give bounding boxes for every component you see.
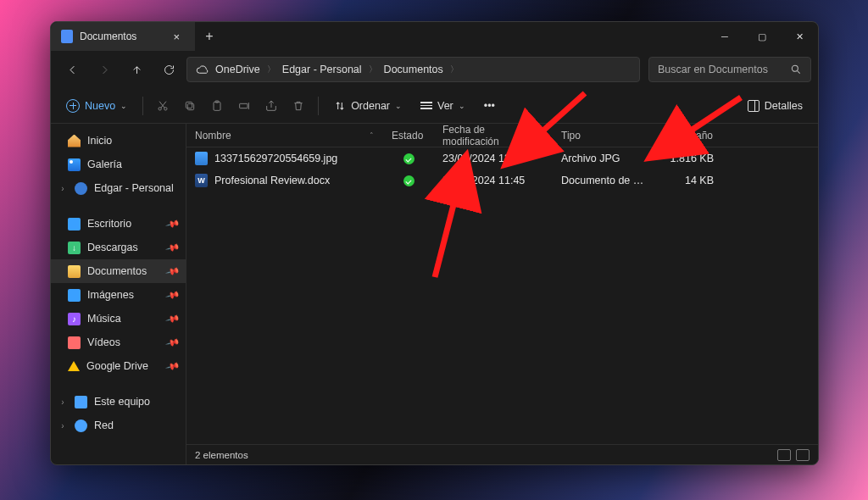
new-tab-button[interactable]: + [195, 29, 224, 44]
file-size: 14 KB [654, 175, 722, 186]
chevron-down-icon: ⌄ [120, 102, 127, 110]
plus-circle-icon [66, 99, 80, 113]
sidebar-item-network[interactable]: ›Red [51, 414, 186, 437]
svg-rect-4 [186, 102, 192, 108]
sidebar-label: Galería [87, 158, 122, 170]
details-pane-button[interactable]: Detalles [739, 100, 811, 112]
chevron-right-icon: 〉 [267, 64, 275, 75]
tab-documentos[interactable]: Documentos × [51, 22, 195, 51]
sidebar-item-gallery[interactable]: Galería [51, 153, 186, 176]
content-pane: Nombre˄ Estado Fecha de modificación Tip… [186, 124, 818, 464]
sidebar: Inicio Galería ›Edgar - Personal Escrito… [51, 124, 186, 464]
search-icon [790, 64, 802, 75]
svg-rect-5 [214, 102, 220, 110]
sidebar-label: Google Drive [86, 360, 148, 372]
col-label: Fecha de modificación [442, 124, 543, 147]
music-icon [68, 313, 81, 325]
new-label: Nuevo [85, 100, 115, 112]
images-icon [68, 289, 81, 302]
refresh-button[interactable] [154, 55, 183, 84]
sort-label: Ordenar [351, 100, 390, 112]
jpg-icon [195, 152, 208, 165]
close-button[interactable]: ✕ [781, 22, 818, 51]
view-label: Ver [437, 100, 453, 112]
sort-button[interactable]: Ordenar ⌄ [326, 93, 410, 119]
sidebar-label: Descargas [87, 242, 138, 253]
share-button[interactable] [259, 93, 284, 119]
col-type[interactable]: Tipo [553, 124, 654, 147]
sidebar-item-gdrive[interactable]: Google Drive📌 [51, 354, 186, 378]
sidebar-item-images[interactable]: Imágenes📌 [51, 283, 186, 307]
cloud-icon [196, 64, 209, 76]
details-view-button[interactable] [777, 449, 791, 461]
breadcrumb[interactable]: OneDrive 〉 Edgar - Personal 〉 Documentos… [186, 57, 640, 82]
svg-point-1 [159, 107, 161, 109]
sidebar-item-this-pc[interactable]: ›Este equipo [51, 390, 186, 414]
file-rows: 133715629720554659.jpg 23/09/2024 13:02 … [186, 147, 818, 444]
file-name: Profesional Review.docx [214, 175, 330, 186]
synced-icon [403, 153, 415, 164]
minimize-button[interactable]: ─ [706, 22, 743, 51]
sidebar-item-music[interactable]: Música📌 [51, 307, 186, 331]
docx-icon [195, 174, 208, 187]
home-icon [68, 135, 81, 147]
sidebar-item-home[interactable]: Inicio [51, 129, 186, 153]
new-button[interactable]: Nuevo ⌄ [58, 93, 136, 119]
view-button[interactable]: Ver ⌄ [412, 93, 474, 119]
nav-bar: OneDrive 〉 Edgar - Personal 〉 Documentos… [51, 51, 818, 88]
pin-icon: 📌 [165, 335, 181, 350]
svg-point-2 [164, 107, 167, 109]
separator [318, 97, 319, 115]
document-icon [61, 30, 73, 43]
col-label: Tipo [561, 130, 581, 142]
delete-button[interactable] [286, 93, 311, 119]
crumb-root[interactable]: OneDrive [215, 64, 260, 75]
col-label: Estado [392, 130, 423, 142]
desktop-icon [68, 218, 81, 231]
svg-rect-3 [187, 103, 193, 109]
crumb-folder[interactable]: Documentos [384, 64, 443, 75]
sidebar-item-downloads[interactable]: Descargas📌 [51, 236, 186, 259]
file-modified: 23/09/2024 13:02 [434, 153, 553, 164]
onedrive-icon [75, 182, 87, 195]
close-tab-button[interactable]: × [168, 29, 185, 45]
cut-button[interactable] [150, 93, 175, 119]
col-state[interactable]: Estado [383, 124, 434, 147]
sidebar-label: Edgar - Personal [94, 182, 174, 194]
crumb-person[interactable]: Edgar - Personal [282, 64, 362, 75]
sidebar-item-documents[interactable]: Documentos📌 [51, 259, 186, 283]
sidebar-item-personal[interactable]: ›Edgar - Personal [51, 176, 186, 200]
more-button[interactable]: ••• [476, 93, 504, 119]
col-modified[interactable]: Fecha de modificación [434, 124, 553, 147]
copy-button[interactable] [177, 93, 203, 119]
sidebar-label: Red [94, 419, 114, 431]
paste-button[interactable] [204, 93, 230, 119]
main-area: Inicio Galería ›Edgar - Personal Escrito… [51, 124, 818, 464]
maximize-button[interactable]: ▢ [743, 22, 781, 51]
back-button[interactable] [58, 55, 86, 84]
chevron-down-icon: ⌄ [459, 102, 465, 110]
sidebar-item-videos[interactable]: Vídeos📌 [51, 331, 186, 354]
sort-icon [334, 100, 346, 112]
rename-button[interactable] [231, 93, 257, 119]
search-input[interactable]: Buscar en Documentos [648, 57, 811, 82]
col-size[interactable]: Tamaño [654, 124, 722, 147]
chevron-right-icon[interactable]: › [58, 421, 68, 431]
file-explorer-window: Documentos × + ─ ▢ ✕ OneDrive 〉 Edgar - … [50, 21, 819, 465]
file-type: Archivo JPG [553, 153, 654, 164]
file-row[interactable]: 133715629720554659.jpg 23/09/2024 13:02 … [186, 147, 818, 169]
folder-icon [68, 265, 81, 278]
up-button[interactable] [122, 55, 151, 84]
column-headers: Nombre˄ Estado Fecha de modificación Tip… [186, 124, 818, 147]
forward-button[interactable] [90, 55, 119, 84]
chevron-down-icon: ⌄ [395, 102, 402, 110]
sidebar-item-desktop[interactable]: Escritorio📌 [51, 212, 186, 236]
thumbnails-view-button[interactable] [796, 449, 810, 461]
chevron-right-icon[interactable]: › [58, 397, 68, 407]
pin-icon: 📌 [165, 287, 181, 303]
col-name[interactable]: Nombre˄ [186, 124, 383, 147]
file-modified: 04/10/2024 11:45 [434, 175, 553, 186]
file-row[interactable]: Profesional Review.docx 04/10/2024 11:45… [186, 169, 818, 192]
search-placeholder: Buscar en Documentos [658, 64, 768, 75]
chevron-right-icon[interactable]: › [58, 184, 68, 193]
